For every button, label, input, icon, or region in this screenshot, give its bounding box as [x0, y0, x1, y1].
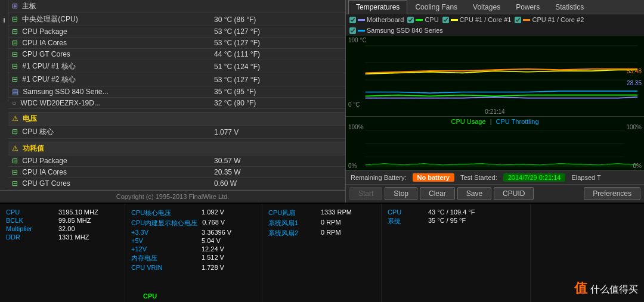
cpu-voltage-row: CPU核心电压 1.092 V	[131, 208, 256, 217]
table-row: ⊟ CPU IA Cores 20.35 W	[8, 167, 345, 178]
battery-badge: No battery	[413, 173, 454, 182]
3v3-row: +3.3V 3.36396 V	[131, 229, 256, 236]
chart-container: 100 °C 0 °C 53.48 28.35	[346, 36, 644, 170]
table-row: ⊟ CPU Package 53 °C (127 °F)	[8, 26, 345, 38]
chart-value-top: 53.48	[627, 68, 642, 74]
cpu-package-icon: ⊟	[12, 27, 18, 36]
chart-y-min: 0 °C	[348, 101, 360, 108]
usage-y-max: 100%	[348, 124, 364, 130]
legend-motherboard-checkbox[interactable]	[349, 17, 356, 23]
5v-row: +5V 5.04 V	[131, 237, 256, 244]
elapsed-label: Elapsed T	[571, 174, 600, 181]
right-panel: Temperatures Cooling Fans Voltages Power…	[346, 0, 644, 203]
hdd-icon: ○	[12, 99, 16, 107]
tab-temperatures[interactable]: Temperatures	[348, 0, 407, 14]
cpu-core1-icon: ⊟	[12, 62, 18, 70]
table-row: ⊟ CPU GT Cores 0.60 W	[8, 178, 345, 189]
table-row: ⊟ CPU 核心 1.077 V	[8, 126, 345, 139]
legend-core1-color	[451, 19, 458, 21]
mem-voltage-row: 内存电压 1.512 V	[131, 254, 256, 263]
tab-voltages[interactable]: Voltages	[465, 0, 508, 14]
usage-y-min: 0%	[348, 163, 357, 169]
legend-core2-color	[523, 19, 530, 21]
legend-core2-checkbox[interactable]	[515, 17, 521, 23]
legend-ssd[interactable]: Samsung SSD 840 Series	[349, 27, 443, 34]
copyright-bar: Copyright (c) 1995-2013 FinalWire Ltd.	[0, 190, 345, 203]
temperature-chart: 100 °C 0 °C 53.48 28.35	[346, 36, 644, 117]
table-row: ▤ Samsung SSD 840 Serie... 35 °C (95 °F)	[8, 86, 345, 98]
test-started-label: Test Started:	[460, 174, 497, 181]
table-row: ⊟ #1 CPU/ #1 核心 51 °C (124 °F)	[8, 60, 345, 73]
temperature-chart-svg	[346, 36, 644, 116]
voltage-section-header: ⚠ 电压	[8, 113, 345, 126]
cpu-ia-icon: ⊟	[12, 39, 18, 47]
legend-cpu-core1[interactable]: CPU #1 / Core #1	[442, 16, 512, 23]
left-sensor-panel: ⊞ 主板 ⊟ 中央处理器(CPU) 30 °C (86 °F) ⊟ CPU	[0, 0, 346, 203]
legend-cpu[interactable]: CPU	[407, 16, 438, 23]
legend-motherboard[interactable]: Motherboard	[349, 16, 404, 23]
test-started-value: 2014/7/29 0:21:14	[503, 173, 566, 182]
cpu-usage-chart: CPU Usage | CPU Throttling 100% 0% 100% …	[346, 117, 644, 170]
warning-icon: ⚠	[12, 114, 18, 123]
svg-marker-7	[366, 164, 638, 167]
power-pkg-icon: ⊟	[12, 157, 18, 165]
tab-statistics[interactable]: Statistics	[547, 0, 592, 14]
left-scrollbar	[0, 0, 8, 101]
legend-cpu-checkbox[interactable]	[407, 17, 414, 23]
bottom-section: CPU 3195.10 MHZ BCLK 99.85 MHZ Multiplie…	[0, 203, 644, 302]
sys-fan2-row: 系统风扇2 0 RPM	[268, 229, 375, 238]
ssd-icon: ▤	[12, 88, 18, 96]
watermark: 值 什么值得买	[574, 279, 638, 297]
cpu-fan-row: CPU风扇 1333 RPM	[268, 208, 375, 217]
battery-label: Remaining Battery:	[351, 174, 407, 181]
start-button[interactable]: Start	[349, 187, 382, 200]
chart-y-max: 100 °C	[348, 37, 367, 43]
table-row: ⊟ CPU GT Cores 44 °C (111 °F)	[8, 49, 345, 60]
bclk-row: BCLK 99.85 MHZ	[6, 217, 119, 224]
chart-value-bottom: 28.35	[627, 80, 642, 86]
cpu-bottom-label: CPU	[143, 292, 157, 300]
bottom-col-temps: CPU 43 °C / 109.4 °F 系统 35 °C / 95 °F	[382, 204, 531, 302]
legend-row: Motherboard CPU CPU #1 / Core #1 CPU #1 …	[346, 14, 644, 36]
cpuid-button[interactable]: CPUID	[494, 187, 534, 200]
power-section-header: ⚠ 功耗值	[8, 142, 345, 155]
chart-bottom-title: CPU Usage | CPU Throttling	[451, 118, 539, 125]
chart-time-label: 0:21:14	[485, 108, 504, 115]
legend-ssd-color	[358, 30, 365, 32]
cpu-freq-row: CPU 3195.10 MHZ	[6, 208, 119, 216]
warning-power-icon: ⚠	[12, 144, 18, 152]
voltage-cpu-icon: ⊟	[12, 127, 18, 136]
tab-cooling-fans[interactable]: Cooling Fans	[407, 0, 465, 14]
button-row: Start Stop Clear Save CPUID Preferences	[346, 184, 644, 203]
legend-cpu-color	[416, 19, 423, 21]
tabs-row: Temperatures Cooling Fans Voltages Power…	[346, 0, 644, 14]
bottom-col-cpu: CPU 3195.10 MHZ BCLK 99.85 MHZ Multiplie…	[0, 204, 125, 302]
multiplier-row: Multiplier 32.00	[6, 225, 119, 232]
legend-ssd-checkbox[interactable]	[349, 27, 356, 34]
legend-cpu-core2[interactable]: CPU #1 / Core #2	[515, 16, 584, 23]
bottom-col-fans: CPU风扇 1333 RPM 系统风扇1 0 RPM 系统风扇2 0 RPM	[262, 204, 382, 302]
save-button[interactable]: Save	[457, 187, 491, 200]
stop-button[interactable]: Stop	[385, 187, 417, 200]
throttle-y-min: 0%	[633, 163, 642, 169]
table-row: ⊟ #1 CPU/ #2 核心 53 °C (127 °F)	[8, 73, 345, 86]
table-row: ⊟ CPU IA Cores 53 °C (127 °F)	[8, 38, 345, 49]
cpu-core2-icon: ⊟	[12, 75, 18, 83]
sensor-table: ⊞ 主板 ⊟ 中央处理器(CPU) 30 °C (86 °F) ⊟ CPU	[8, 0, 345, 189]
vrin-row: CPU VRIN 1.728 V	[131, 264, 256, 271]
power-gt-icon: ⊟	[12, 179, 18, 188]
sys-fan1-row: 系统风扇1 0 RPM	[268, 219, 375, 228]
tab-powers[interactable]: Powers	[508, 0, 547, 14]
legend-core1-checkbox[interactable]	[442, 17, 449, 23]
legend-motherboard-color	[358, 19, 365, 21]
power-ia-icon: ⊟	[12, 168, 18, 176]
motherboard-icon: ⊞	[12, 2, 18, 10]
status-row: Remaining Battery: No battery Test Start…	[346, 170, 644, 184]
cpu-temp-row: CPU 43 °C / 109.4 °F	[388, 208, 524, 216]
cpu-icon: ⊟	[12, 15, 18, 23]
cpu-gt-icon: ⊟	[12, 50, 18, 58]
12v-row: +12V 12.24 V	[131, 245, 256, 253]
clear-button[interactable]: Clear	[420, 187, 455, 200]
igp-voltage-row: CPU内建显示核心电压 0.768 V	[131, 219, 256, 228]
preferences-button[interactable]: Preferences	[584, 187, 640, 200]
